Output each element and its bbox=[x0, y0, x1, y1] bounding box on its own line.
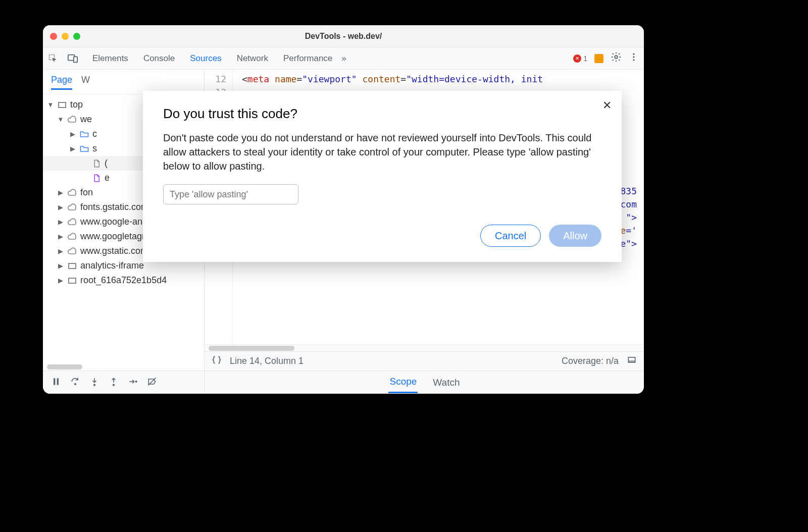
chevron-icon: ▼ bbox=[47, 101, 54, 109]
zoom-window-icon[interactable] bbox=[73, 33, 80, 40]
coverage-label: Coverage: n/a bbox=[562, 356, 619, 366]
chevron-icon: ▶ bbox=[57, 218, 64, 226]
pretty-print-icon[interactable] bbox=[212, 355, 222, 367]
tabs-overflow-icon[interactable]: » bbox=[341, 54, 346, 64]
tree-item-label: root_616a752e1b5d4 bbox=[80, 275, 167, 286]
debugger-bar: Scope Watch bbox=[43, 370, 644, 394]
tab-sources[interactable]: Sources bbox=[190, 54, 221, 64]
svg-point-13 bbox=[94, 384, 95, 386]
watch-tab[interactable]: Watch bbox=[433, 377, 460, 388]
tree-item[interactable]: ▶root_616a752e1b5d4 bbox=[43, 273, 204, 288]
close-window-icon[interactable] bbox=[50, 33, 57, 40]
chevron-icon: ▶ bbox=[69, 130, 76, 138]
error-count: 1 bbox=[583, 55, 587, 63]
scope-tab[interactable]: Scope bbox=[388, 371, 418, 393]
dialog-body: Don't paste code you do not understand o… bbox=[163, 131, 601, 173]
error-icon: ✕ bbox=[573, 55, 581, 63]
gear-icon[interactable] bbox=[611, 51, 622, 65]
svg-point-6 bbox=[633, 59, 634, 61]
chevron-icon: ▶ bbox=[69, 145, 76, 152]
tree-item-label: we bbox=[80, 114, 92, 125]
chevron-icon: ▶ bbox=[57, 277, 64, 284]
traffic-lights bbox=[50, 33, 80, 40]
chevron-icon: ▶ bbox=[57, 189, 64, 196]
trust-code-dialog: ✕ Do you trust this code? Don't paste co… bbox=[143, 91, 622, 262]
chevron-icon: ▶ bbox=[57, 262, 64, 270]
sidebar-tab-workspace[interactable]: W bbox=[81, 75, 90, 90]
svg-point-5 bbox=[633, 56, 634, 58]
step-over-icon[interactable] bbox=[70, 377, 80, 389]
chevron-icon: ▶ bbox=[57, 233, 64, 240]
tree-item-label: fon bbox=[80, 187, 93, 198]
chevron-icon: ▼ bbox=[57, 116, 64, 123]
inspect-icon[interactable] bbox=[48, 54, 58, 64]
tree-item-label: www.gstatic.com bbox=[80, 246, 148, 256]
titlebar: DevTools - web.dev/ bbox=[43, 25, 644, 47]
device-toggle-icon[interactable] bbox=[67, 53, 78, 64]
sidebar-hscroll[interactable] bbox=[43, 363, 204, 370]
tab-console[interactable]: Console bbox=[143, 54, 175, 64]
svg-point-15 bbox=[113, 384, 115, 386]
svg-rect-7 bbox=[628, 357, 635, 362]
step-into-icon[interactable] bbox=[89, 377, 99, 389]
dialog-close-icon[interactable]: ✕ bbox=[602, 99, 612, 112]
dialog-title: Do you trust this code? bbox=[163, 106, 601, 122]
allow-button[interactable]: Allow bbox=[549, 225, 601, 247]
svg-rect-2 bbox=[74, 57, 77, 62]
tab-network[interactable]: Network bbox=[237, 54, 268, 64]
tab-elements[interactable]: Elements bbox=[92, 54, 128, 64]
chevron-icon: ▶ bbox=[57, 203, 64, 211]
step-out-icon[interactable] bbox=[109, 377, 119, 389]
editor-hscroll[interactable] bbox=[205, 344, 644, 351]
tree-item-label: top bbox=[70, 99, 83, 110]
svg-point-3 bbox=[615, 56, 618, 59]
tree-item-label: c bbox=[92, 129, 97, 139]
svg-point-17 bbox=[135, 381, 137, 382]
deactivate-breakpoints-icon[interactable] bbox=[147, 377, 157, 389]
tree-item-label: fonts.gstatic.com bbox=[80, 202, 148, 212]
kebab-menu-icon[interactable] bbox=[629, 52, 639, 65]
svg-point-11 bbox=[75, 383, 76, 385]
warning-icon[interactable] bbox=[594, 54, 603, 63]
svg-rect-9 bbox=[54, 378, 55, 385]
window-title: DevTools - web.dev/ bbox=[43, 32, 644, 41]
tree-item-label: s bbox=[92, 143, 97, 154]
allow-pasting-input[interactable] bbox=[163, 184, 298, 204]
chevron-icon: ▶ bbox=[57, 247, 64, 255]
collapse-panel-icon[interactable] bbox=[627, 355, 637, 367]
svg-point-4 bbox=[633, 54, 634, 55]
devtools-toolbar: ElementsConsoleSourcesNetworkPerformance… bbox=[43, 47, 644, 70]
tree-item-label: ( bbox=[105, 158, 108, 169]
step-icon[interactable] bbox=[128, 377, 138, 389]
tab-performance[interactable]: Performance bbox=[283, 54, 332, 64]
devtools-window: DevTools - web.dev/ ElementsConsoleSourc… bbox=[43, 25, 644, 394]
editor-statusbar: Line 14, Column 1 Coverage: n/a bbox=[205, 351, 644, 370]
pause-icon[interactable] bbox=[51, 377, 61, 389]
svg-rect-10 bbox=[57, 378, 59, 385]
cancel-button[interactable]: Cancel bbox=[480, 225, 541, 247]
cursor-position: Line 14, Column 1 bbox=[230, 356, 304, 366]
tree-item-label: analytics-iframe bbox=[80, 260, 144, 271]
minimize-window-icon[interactable] bbox=[62, 33, 69, 40]
sidebar-tab-page[interactable]: Page bbox=[51, 75, 72, 90]
tree-item-label: e bbox=[105, 173, 110, 183]
error-count-badge[interactable]: ✕ 1 bbox=[573, 55, 587, 63]
